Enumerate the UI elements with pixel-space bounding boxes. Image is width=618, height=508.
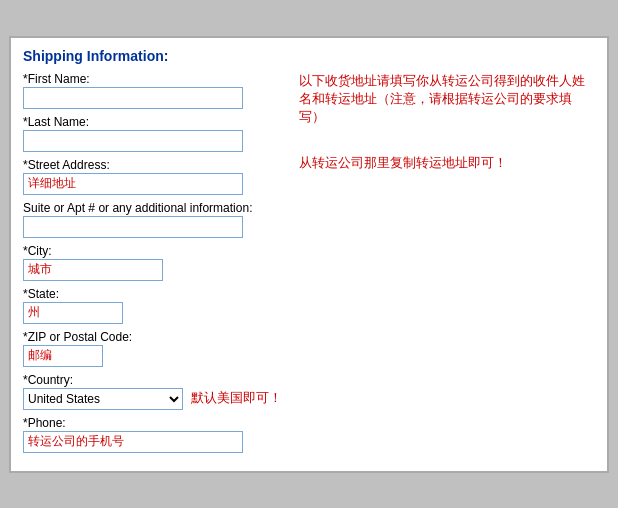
- suite-label: Suite or Apt # or any additional informa…: [23, 201, 283, 215]
- shipping-form-container: Shipping Information: *First Name: *Last…: [9, 36, 609, 473]
- annotation-country: 默认美国即可！: [191, 389, 282, 407]
- phone-group: *Phone:: [23, 416, 283, 453]
- street-address-group: *Street Address:: [23, 158, 283, 195]
- country-label: *Country:: [23, 373, 283, 387]
- zip-group: *ZIP or Postal Code:: [23, 330, 283, 367]
- state-input[interactable]: [23, 302, 123, 324]
- country-row: United States 默认美国即可！: [23, 388, 283, 410]
- main-content: *First Name: *Last Name: *Street Address…: [23, 72, 595, 457]
- suite-input[interactable]: [23, 216, 243, 238]
- last-name-group: *Last Name:: [23, 115, 283, 152]
- annotations-area: 以下收货地址请填写你从转运公司得到的收件人姓名和转运地址（注意，请根据转运公司的…: [283, 72, 595, 457]
- phone-input[interactable]: [23, 431, 243, 453]
- first-name-group: *First Name:: [23, 72, 283, 109]
- first-name-label: *First Name:: [23, 72, 283, 86]
- form-area: *First Name: *Last Name: *Street Address…: [23, 72, 283, 457]
- section-title: Shipping Information:: [23, 48, 595, 64]
- annotation-bottom: 从转运公司那里复制转运地址即可！: [299, 154, 595, 172]
- suite-group: Suite or Apt # or any additional informa…: [23, 201, 283, 238]
- state-group: *State:: [23, 287, 283, 324]
- annotation-top: 以下收货地址请填写你从转运公司得到的收件人姓名和转运地址（注意，请根据转运公司的…: [299, 72, 595, 127]
- state-label: *State:: [23, 287, 283, 301]
- zip-label: *ZIP or Postal Code:: [23, 330, 283, 344]
- zip-input[interactable]: [23, 345, 103, 367]
- city-input[interactable]: [23, 259, 163, 281]
- last-name-input[interactable]: [23, 130, 243, 152]
- last-name-label: *Last Name:: [23, 115, 283, 129]
- country-select[interactable]: United States: [23, 388, 183, 410]
- city-label: *City:: [23, 244, 283, 258]
- phone-label: *Phone:: [23, 416, 283, 430]
- country-group: *Country: United States 默认美国即可！: [23, 373, 283, 410]
- street-address-label: *Street Address:: [23, 158, 283, 172]
- street-address-input[interactable]: [23, 173, 243, 195]
- first-name-input[interactable]: [23, 87, 243, 109]
- city-group: *City:: [23, 244, 283, 281]
